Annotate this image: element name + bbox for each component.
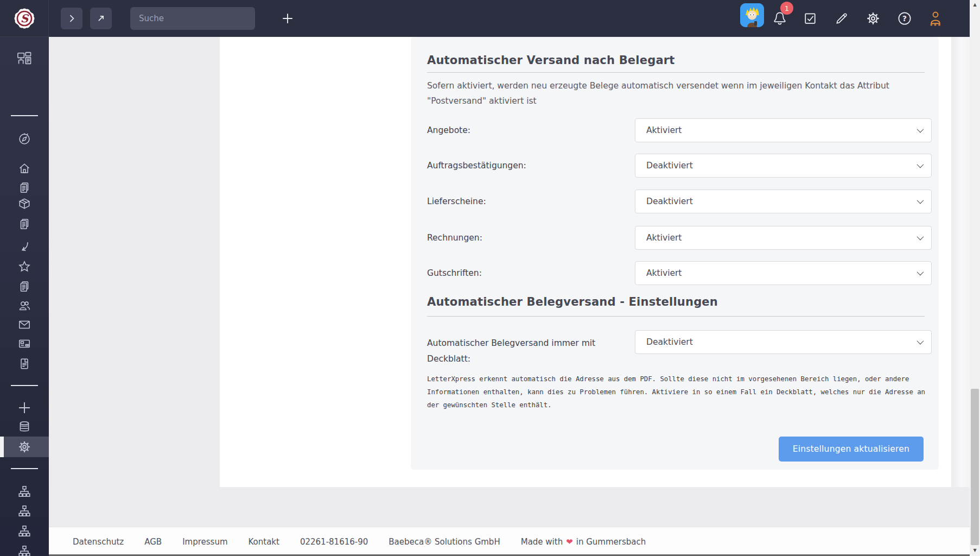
chevron-down-icon [917,126,924,133]
chevron-down-icon [917,197,924,204]
contacts-icon [17,299,31,313]
sidebar-item-sitemap-3[interactable] [0,521,49,541]
rechnungen-select[interactable]: Aktiviert [635,226,932,250]
sidebar-item-sitemap-2[interactable] [0,501,49,521]
field-label: Gutschriften: [427,261,482,285]
star-icon [17,260,31,274]
documents-icon [17,217,31,231]
add-new-button[interactable] [278,11,297,26]
help-button[interactable]: ? [896,10,913,27]
footer-link-datenschutz[interactable]: Datenschutz [73,537,124,547]
chevron-right-icon [66,13,77,24]
deckblatt-select[interactable]: Deaktiviert [635,330,932,354]
sidebar-item-mail[interactable] [0,315,49,334]
sidebar-item-sitemap-4[interactable] [0,541,49,556]
scroll-down-arrow[interactable]: ▼ [970,546,980,555]
settings-button[interactable] [864,10,882,27]
field-label: Rechnungen: [427,226,482,250]
role-stars: ★★★ [930,23,941,27]
section1-title: Automatischer Versand nach Belegart [427,54,675,67]
auftragsbestaetigungen-select[interactable]: Deaktiviert [635,154,932,178]
tasks-button[interactable] [801,10,819,27]
sitemap-icon [17,544,31,556]
sidebar-item-documents-3[interactable] [0,277,49,296]
sidebar-item-import[interactable] [0,237,49,257]
sitemap-icon [17,504,31,518]
payment-card-icon [17,337,31,351]
sidebar-item-compass[interactable] [0,129,49,149]
sidebar-toggle-button[interactable] [61,8,82,29]
sidebar-item-documents-2[interactable] [0,214,49,234]
inner-scroll-gutter [951,37,970,487]
lieferscheine-select[interactable]: Deaktiviert [635,189,932,213]
sitemap-icon [17,524,31,538]
topbar: S [0,0,970,37]
deckblatt-note: LetterXpress erkennt automatisch die Adr… [427,372,931,412]
plus-icon [16,400,33,416]
angebote-select[interactable]: Aktiviert [635,118,932,142]
chevron-down-icon [917,233,924,241]
field-label: Automatischer Belegversand immer mit Dec… [427,330,601,354]
sidebar-item-sitemap-1[interactable] [0,482,49,501]
select-value: Deaktiviert [646,197,693,206]
documents-icon [17,181,31,195]
checkbox-check-icon [803,11,818,26]
sidebar [0,37,49,556]
workstation-icon [16,50,33,66]
compass-icon [17,132,31,146]
content-card: Automatischer Versand nach Belegart Sofe… [220,37,970,487]
page-scrollbar[interactable]: ▲ ▼ [970,0,980,556]
select-value: Deaktiviert [646,337,693,347]
app-logo[interactable]: S [0,0,49,37]
chevron-down-icon [917,161,924,168]
form-row-rechnungen: Rechnungen: Aktiviert [427,226,925,250]
mail-icon [17,318,31,332]
section-divider [427,316,925,317]
section2-title: Automatischer Belegversand - Einstellung… [427,295,718,308]
avatar-cartoon-icon [740,3,764,27]
footer-link-agb[interactable]: AGB [144,537,162,547]
documents-icon [17,357,31,371]
sidebar-item-favorites[interactable] [0,257,49,276]
sidebar-item-home[interactable] [0,159,49,178]
sidebar-item-contacts[interactable] [0,296,49,315]
footer-made-with: Made with ❤ in Gummersbach [521,537,646,547]
field-label: Lieferscheine: [427,189,486,213]
sidebar-item-documents-4[interactable] [0,354,49,374]
footer-phone[interactable]: 02261-81616-90 [300,537,368,547]
sitemap-icon [17,484,31,498]
footer: Datenschutz AGB Impressum Kontakt 02261-… [49,527,970,556]
sidebar-item-workstation[interactable] [0,48,49,68]
chevron-down-icon [917,338,924,345]
gutschriften-select[interactable]: Aktiviert [635,261,932,285]
sidebar-item-settings[interactable] [0,437,49,457]
scrollbar-thumb[interactable] [971,389,979,545]
select-value: Deaktiviert [646,161,693,170]
section-divider [427,72,925,73]
documents-icon [17,280,31,294]
account-role-button[interactable]: ★★★ [926,7,945,30]
scroll-up-arrow[interactable]: ▲ [970,0,980,9]
sidebar-item-payment[interactable] [0,334,49,353]
sidebar-divider [11,115,38,116]
sidebar-divider [11,468,38,469]
select-value: Aktiviert [646,233,682,243]
sidebar-item-database[interactable] [0,417,49,437]
field-label: Angebote: [427,118,470,142]
sidebar-item-add[interactable] [0,398,49,418]
edit-button[interactable] [833,10,850,27]
app-window: S [0,0,980,556]
svg-text:?: ? [902,14,907,23]
fullscreen-button[interactable] [90,8,112,29]
sidebar-item-package[interactable] [0,194,49,213]
pencil-icon [834,11,849,26]
footer-link-kontakt[interactable]: Kontakt [249,537,279,547]
search-input[interactable] [130,7,255,30]
update-settings-button[interactable]: Einstellungen aktualisieren [779,437,924,462]
avatar[interactable] [740,3,764,27]
made-with-location: in Gummersbach [576,537,646,547]
import-arrow-icon [17,240,31,254]
plus-icon [280,11,295,26]
footer-link-impressum[interactable]: Impressum [182,537,227,547]
sidebar-divider [11,385,38,386]
